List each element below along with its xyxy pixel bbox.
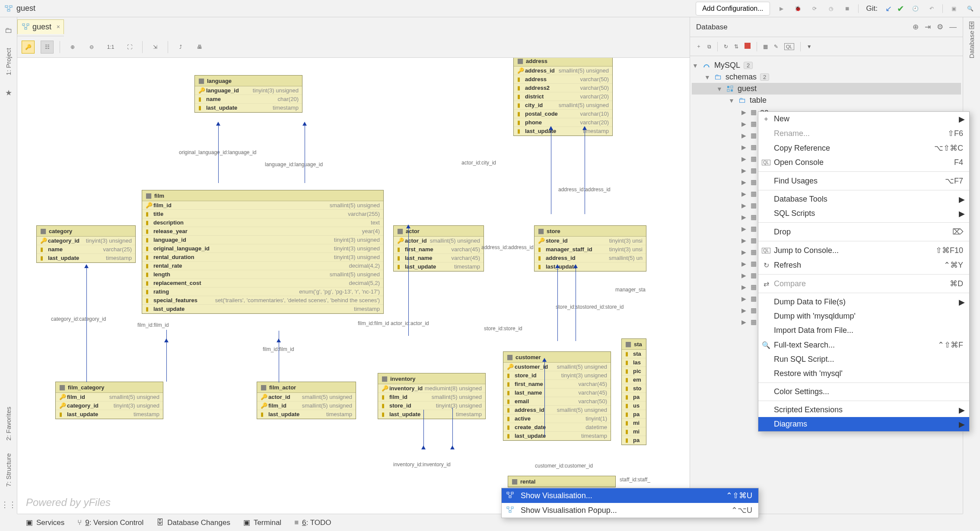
erd-table-address[interactable]: address🔑address_idsmallint(5) unsigned▮a… <box>513 58 613 136</box>
erd-table-actor[interactable]: actor🔑actor_idsmallint(5) unsigned▮first… <box>393 225 484 272</box>
menu-item[interactable]: Dump Data to File(s)▶ <box>758 295 969 309</box>
hide-icon[interactable]: — <box>949 23 957 32</box>
erd-table-customer[interactable]: customer🔑customer_idsmallint(5) unsigned… <box>503 351 611 441</box>
expander-icon[interactable]: ▼ <box>692 62 699 69</box>
expander-icon[interactable]: ▶ <box>740 319 747 326</box>
expander-icon[interactable]: ▼ <box>704 74 711 81</box>
run-icon[interactable]: ▶ <box>776 3 787 14</box>
history-icon[interactable]: 🕘 <box>910 3 921 14</box>
status-item[interactable]: ▣Services <box>26 518 64 527</box>
sync-icon[interactable]: ⇅ <box>734 44 738 50</box>
schemas-label[interactable]: schemas <box>725 73 757 82</box>
profile-icon[interactable]: ◷ <box>825 3 837 14</box>
stop-icon[interactable] <box>745 43 751 50</box>
erd-table-language[interactable]: language🔑language_idtinyint(3) unsigned▮… <box>194 75 302 113</box>
refresh-icon[interactable]: ↻ <box>724 44 728 50</box>
status-item[interactable]: 🗄Database Changes <box>156 518 230 527</box>
menu-item[interactable]: Dump with 'mysqldump' <box>758 309 969 323</box>
menu-item[interactable]: ↻Refresh⌃⌘Y <box>758 258 969 272</box>
add-configuration-button[interactable]: Add Configuration... <box>696 2 770 16</box>
zoom-actual-icon[interactable]: 1:1 <box>104 41 117 54</box>
database-cylinder-icon[interactable]: 🗄 <box>968 22 976 31</box>
erd-table-film_actor[interactable]: film_actor🔑actor_idsmallint(5) unsigned🔑… <box>257 382 356 419</box>
database-tab[interactable]: Database <box>968 31 975 58</box>
submenu-item[interactable]: Show Visualisation...⌃⇧⌘U <box>502 488 758 503</box>
breadcrumb[interactable]: guest <box>16 4 35 13</box>
table-columns-icon[interactable]: ☷ <box>41 41 54 54</box>
add-icon[interactable]: ＋ <box>696 43 701 50</box>
stop-icon[interactable]: ⏹ <box>842 3 853 14</box>
menu-item[interactable]: Database Tools▶ <box>758 192 969 206</box>
menu-item[interactable]: Drop⌦ <box>758 224 969 239</box>
expander-icon[interactable]: ▶ <box>740 249 747 256</box>
erd-table-inventory[interactable]: inventory🔑inventory_idmediumint(8) unsig… <box>378 373 486 419</box>
menu-item[interactable]: Import Data from File... <box>758 323 969 338</box>
search-everywhere-icon[interactable]: 🔍 <box>964 3 976 14</box>
structure-icon[interactable]: ⋮⋮ <box>1 500 16 509</box>
menu-item[interactable]: Run SQL Script... <box>758 352 969 367</box>
status-item[interactable]: ▣Terminal <box>243 518 281 527</box>
scope-icon[interactable]: ⊕ <box>913 22 919 32</box>
zoom-in-icon[interactable]: ⊕ <box>66 41 79 54</box>
expander-icon[interactable]: ▶ <box>740 260 747 267</box>
ide-scripting-icon[interactable]: ▣ <box>948 3 959 14</box>
expander-icon[interactable]: ▶ <box>740 179 747 186</box>
structure-tab[interactable]: 7: Structure <box>5 453 12 487</box>
menu-item[interactable]: +New▶ <box>758 112 969 126</box>
expander-icon[interactable]: ▶ <box>740 225 747 232</box>
menu-item[interactable]: Copy Reference⌥⇧⌘C <box>758 141 969 155</box>
tables-folder-label[interactable]: table <box>750 96 767 105</box>
expander-icon[interactable]: ▼ <box>728 97 735 104</box>
erd-table-store[interactable]: store🔑store_idtinyint(3) unsi▮manager_st… <box>534 225 646 272</box>
expander-icon[interactable]: ▶ <box>740 272 747 279</box>
menu-item[interactable]: Restore with 'mysql' <box>758 367 969 381</box>
console-icon[interactable]: QL <box>784 43 794 50</box>
datasource-label[interactable]: MySQL <box>714 61 740 70</box>
update-project-icon[interactable]: ↙ <box>885 4 892 13</box>
debug-icon[interactable]: 🐞 <box>792 3 804 14</box>
status-item[interactable]: ⑂9: Version Control <box>77 518 143 527</box>
export-icon[interactable]: ⤴ <box>174 41 187 54</box>
settings-icon[interactable]: ⚙ <box>937 22 943 32</box>
favorites-tab[interactable]: 2: Favorites <box>5 407 12 440</box>
expander-icon[interactable]: ▶ <box>740 307 747 314</box>
schema-guest[interactable]: ▼ guest <box>692 83 961 95</box>
menu-item[interactable]: Scripted Extensions▶ <box>758 403 969 417</box>
table-view-icon[interactable]: ▦ <box>763 44 768 50</box>
submenu-item[interactable]: Show Visualisation Popup...⌃⌥U <box>502 503 758 518</box>
duplicate-icon[interactable]: ⧉ <box>707 44 711 50</box>
diagram-canvas[interactable]: Powered by yFiles language🔑language_idti… <box>17 58 690 514</box>
menu-item[interactable]: Color Settings... <box>758 385 969 399</box>
rollback-icon[interactable]: ↶ <box>926 3 937 14</box>
split-icon[interactable]: ⇥ <box>925 22 931 32</box>
expander-icon[interactable]: ▶ <box>740 155 747 162</box>
coverage-icon[interactable]: ⟳ <box>809 3 820 14</box>
expander-icon[interactable]: ▶ <box>740 190 747 197</box>
tab-guest[interactable]: guest × <box>17 19 64 34</box>
erd-table-film_category[interactable]: film_category🔑film_idsmallint(5) unsigne… <box>55 382 163 419</box>
expander-icon[interactable]: ▶ <box>740 144 747 151</box>
erd-table-category[interactable]: category🔑category_idtinyint(3) unsigned▮… <box>36 225 136 263</box>
project-files-icon[interactable]: 🗀 <box>5 26 13 35</box>
menu-item[interactable]: Diagrams▶ <box>758 417 969 431</box>
commit-icon[interactable]: ✔ <box>897 3 904 14</box>
print-icon[interactable]: 🖶 <box>193 41 206 54</box>
fit-content-icon[interactable]: ⛶ <box>123 41 136 54</box>
favorites-star-icon[interactable]: ★ <box>5 88 12 98</box>
menu-item[interactable]: SQL Scripts▶ <box>758 206 969 221</box>
expander-icon[interactable]: ▶ <box>740 109 747 116</box>
zoom-out-icon[interactable]: ⊖ <box>85 41 98 54</box>
menu-item[interactable]: Find Usages⌥F7 <box>758 174 969 188</box>
expander-icon[interactable]: ▶ <box>740 202 747 209</box>
expander-icon[interactable]: ▶ <box>740 167 747 174</box>
status-item[interactable]: ≡6: TODO <box>294 518 331 527</box>
layout-icon[interactable]: ⇲ <box>149 41 162 54</box>
menu-item[interactable]: 🔍Full-text Search...⌃⇧⌘F <box>758 338 969 352</box>
erd-table-staff_partial[interactable]: sta▮sta▮las▮pic▮em▮sto▮pa▮us▮pa▮mi▮mi▮pa <box>621 338 646 445</box>
close-tab-icon[interactable]: × <box>57 23 60 30</box>
expander-icon[interactable]: ▶ <box>740 214 747 221</box>
menu-item[interactable]: QLOpen ConsoleF4 <box>758 155 969 170</box>
menu-item[interactable]: QLJump to Console...⇧⌘F10 <box>758 243 969 258</box>
project-tab[interactable]: 1: Project <box>5 48 12 75</box>
edit-icon[interactable]: ✎ <box>774 44 778 50</box>
